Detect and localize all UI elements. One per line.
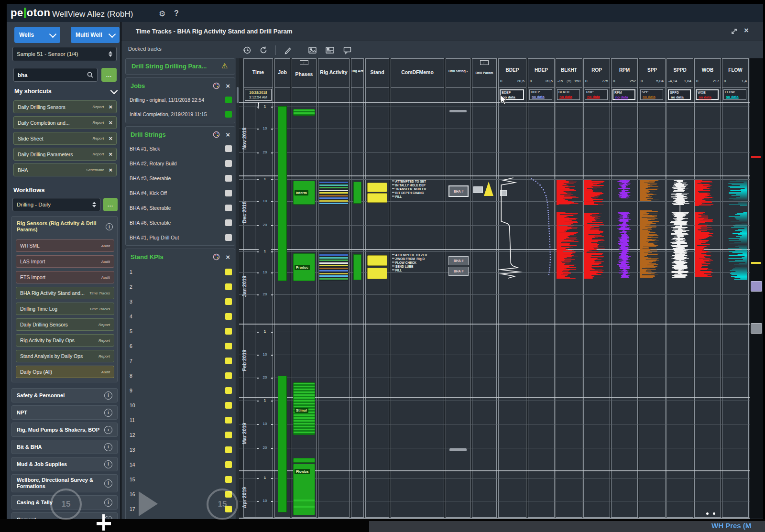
color-swatch[interactable] [225, 219, 232, 226]
list-item[interactable]: 15 [130, 475, 232, 484]
rail-thumb-gray[interactable] [751, 323, 762, 334]
track-legend-box[interactable]: ROPno data [585, 89, 608, 100]
track-legend-box[interactable]: HDEPno data [529, 89, 552, 100]
search-input[interactable]: bha [13, 68, 98, 82]
expand-icon[interactable] [730, 27, 738, 35]
sidebar-group-rig-mud-pumps-shakers-bop[interactable]: Rig, Mud Pumps & Shakers, BOPi [11, 423, 118, 437]
image-export-icon[interactable] [308, 46, 317, 54]
list-item[interactable]: 12 [130, 430, 232, 440]
track-legend-box[interactable]: RPMno data [612, 89, 635, 100]
search-icon[interactable] [87, 72, 93, 78]
track-legend-box[interactable]: WOBno data [696, 89, 719, 100]
column-header-time[interactable]: Time [244, 59, 273, 88]
multi-well-dropdown[interactable]: Multi Well [71, 27, 120, 43]
my-shortcuts-header[interactable]: My shortcuts [14, 88, 117, 95]
list-item[interactable]: 5 [130, 326, 232, 336]
list-item[interactable]: 2 [130, 282, 232, 292]
column-header-rpm[interactable]: RPM0252 [612, 59, 637, 88]
list-item[interactable]: 9 [130, 386, 232, 395]
list-item[interactable]: 1 [130, 267, 232, 277]
color-swatch[interactable] [225, 446, 232, 453]
column-header-hdep[interactable]: HDEP020,6 [528, 59, 554, 88]
list-item[interactable]: 10 [130, 401, 232, 410]
list-item[interactable]: Initial Completion, 2/19/2019 11:15 [130, 109, 232, 119]
bha-marker-box[interactable]: BHA # [448, 185, 469, 197]
color-swatch[interactable] [225, 175, 232, 182]
list-item[interactable]: BHA #4, Kick Off [130, 188, 232, 198]
info-icon[interactable]: i [104, 426, 112, 434]
refresh-icon[interactable] [259, 46, 268, 54]
column-header-stand[interactable]: Stand [366, 59, 389, 88]
comment-icon[interactable] [343, 46, 352, 54]
list-item[interactable]: 13 [130, 445, 232, 455]
workflow-item[interactable]: Rig Activity by Daily OpsReport [16, 334, 114, 347]
sidebar-group-npt[interactable]: NPTi [11, 405, 118, 420]
color-swatch[interactable] [225, 313, 232, 320]
list-item[interactable]: 14 [130, 460, 232, 469]
bha-marker-box[interactable]: BHA # [448, 256, 469, 265]
bha-marker-box[interactable]: BHA # [448, 267, 469, 276]
dock-icon[interactable]: ← [300, 60, 308, 65]
list-item[interactable]: BHA #3, Steerable [130, 174, 232, 183]
palette-icon[interactable] [213, 82, 220, 89]
workflow-item[interactable]: Stand Analysis by Daily OpsReport [16, 350, 114, 362]
column-header-rig-activity[interactable]: Rig Activity [318, 59, 349, 88]
color-swatch[interactable] [225, 417, 232, 423]
track-legend-box[interactable]: FLOWno data [723, 89, 746, 100]
help-icon[interactable]: ? [174, 9, 179, 18]
stepper-icon[interactable] [109, 51, 112, 57]
workflow-item[interactable]: ETS ImportAudit [16, 271, 114, 283]
color-swatch[interactable] [225, 298, 232, 305]
color-swatch[interactable] [225, 476, 232, 483]
color-swatch[interactable] [225, 461, 232, 468]
close-icon[interactable]: × [226, 82, 230, 90]
color-swatch[interactable] [225, 190, 232, 196]
report-card-icon[interactable] [325, 46, 335, 54]
list-item[interactable]: 7 [130, 356, 232, 366]
video-skip-forward-ghost[interactable]: 15 [207, 489, 238, 520]
color-swatch[interactable] [225, 145, 232, 152]
warning-card[interactable]: Drill String Drilling Para... ⚠ [125, 58, 235, 75]
workflow-item[interactable]: WITSMLAudit [16, 239, 114, 252]
palette-icon[interactable] [213, 253, 220, 261]
workflow-item[interactable]: Drilling Time LogTime Tracks [16, 303, 114, 315]
sidebar-group-mud-job-supplies[interactable]: Mud & Job Suppliesi [11, 457, 118, 471]
track-legend-box[interactable]: SPPDno data [668, 89, 691, 100]
list-item[interactable]: BHA #6, Steerable [130, 218, 232, 228]
info-icon[interactable]: i [104, 391, 112, 400]
search-more-button[interactable]: ... [101, 68, 117, 82]
list-item[interactable]: 11 [130, 415, 232, 425]
wells-dropdown[interactable]: Wells [14, 27, 60, 43]
info-icon[interactable]: i [104, 409, 112, 417]
workflow-more-button[interactable]: ... [103, 198, 118, 211]
dock-icon[interactable]: ← [480, 60, 489, 65]
color-swatch[interactable] [225, 205, 232, 211]
edit-pencil-icon[interactable] [284, 46, 292, 54]
stepper-icon[interactable] [92, 202, 96, 207]
sidebar-group-safety-personnel[interactable]: Safety & Personneli [11, 388, 118, 402]
column-header-flow[interactable]: FLOW01,4 [722, 59, 748, 88]
color-swatch[interactable] [225, 402, 232, 409]
info-icon[interactable]: i [104, 479, 112, 488]
list-item[interactable]: 6 [130, 341, 232, 351]
remove-icon[interactable]: × [109, 168, 112, 173]
color-swatch[interactable] [225, 358, 232, 364]
color-swatch[interactable] [225, 328, 232, 335]
info-icon[interactable]: i [104, 443, 112, 451]
workflow-item[interactable]: LAS ImportAudit [16, 255, 114, 268]
list-item[interactable]: 3 [130, 297, 232, 306]
column-header-phases[interactable]: ←Phases [292, 59, 316, 88]
list-item[interactable]: BHA #1, Plug Drill Out [130, 233, 232, 242]
video-play-ghost[interactable] [139, 491, 158, 516]
palette-icon[interactable] [213, 131, 220, 138]
column-header-blkht[interactable]: BLKHT-15(ft)150 [556, 59, 582, 88]
shortcut-item[interactable]: Slide SheetReport× [13, 132, 117, 145]
column-header-comdfmemo[interactable]: ComDFMemo [391, 59, 444, 88]
remove-icon[interactable]: × [109, 136, 112, 141]
column-header-sppd[interactable]: SPPD-4,141,84 [667, 59, 693, 88]
color-swatch[interactable] [225, 234, 232, 241]
column-header-bdep[interactable]: BDEP020,6 [499, 59, 526, 88]
column-header-spp[interactable]: SPP05,04 [639, 59, 665, 88]
remove-icon[interactable]: × [109, 120, 112, 125]
list-item[interactable]: 8 [130, 371, 232, 380]
